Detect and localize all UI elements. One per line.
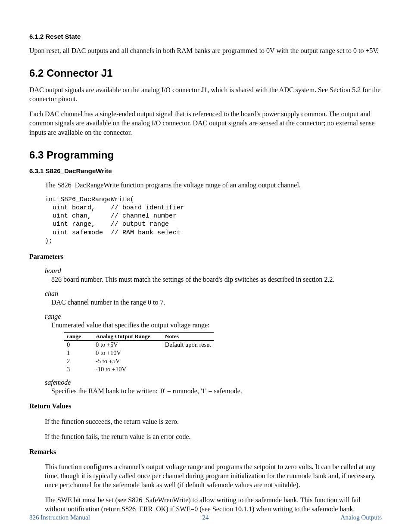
paragraph: This function configures a channel's out… bbox=[45, 462, 382, 489]
param-desc-chan: DAC channel number in the range 0 to 7. bbox=[51, 298, 382, 307]
param-name-safemode: safemode bbox=[45, 379, 382, 386]
code-block: int S826_DacRangeWrite( uint board, // b… bbox=[45, 196, 382, 245]
paragraph: If the function fails, the return value … bbox=[45, 432, 382, 441]
paragraph: If the function succeeds, the return val… bbox=[45, 417, 382, 426]
th-notes: Notes bbox=[162, 333, 214, 341]
page: 6.1.2 Reset State Upon reset, all DAC ou… bbox=[0, 0, 411, 532]
heading-6-2: 6.2 Connector J1 bbox=[29, 67, 382, 79]
param-name-chan: chan bbox=[45, 290, 382, 298]
td bbox=[162, 357, 214, 365]
footer-page-number: 24 bbox=[29, 514, 382, 521]
th-analog-output-range: Analog Output Range bbox=[93, 333, 162, 341]
heading-6-3-1: 6.3.1 S826_DacRangeWrite bbox=[29, 167, 382, 174]
param-desc-board: 826 board number. This must match the se… bbox=[51, 275, 382, 284]
paragraph: The S826_DacRangeWrite function programs… bbox=[45, 180, 382, 190]
td: 0 to +10V bbox=[93, 349, 162, 357]
heading-6-3: 6.3 Programming bbox=[29, 149, 382, 161]
td bbox=[162, 365, 214, 373]
range-table: range Analog Output Range Notes 0 0 to +… bbox=[64, 332, 214, 373]
param-name-board: board bbox=[45, 267, 382, 275]
table-row: 3 -10 to +10V bbox=[64, 365, 214, 373]
heading-6-1-2: 6.1.2 Reset State bbox=[29, 33, 382, 40]
table-row: 1 0 to +10V bbox=[64, 349, 214, 357]
td: 3 bbox=[64, 365, 93, 373]
table-row: 2 -5 to +5V bbox=[64, 357, 214, 365]
paragraph: The SWE bit must be set (see S826_SafeWr… bbox=[45, 495, 382, 513]
td bbox=[162, 349, 214, 357]
table-header-row: range Analog Output Range Notes bbox=[64, 333, 214, 341]
param-desc-safemode: Specifies the RAM bank to be written: '0… bbox=[51, 386, 382, 395]
table-row: 0 0 to +5V Default upon reset bbox=[64, 341, 214, 349]
param-name-range: range bbox=[45, 313, 382, 320]
td: 1 bbox=[64, 349, 93, 357]
param-desc-range: Enumerated value that specifies the outp… bbox=[51, 320, 382, 330]
td: Default upon reset bbox=[162, 341, 214, 349]
page-footer: 826 Instruction Manual 24 Analog Outputs bbox=[29, 512, 382, 521]
return-values-heading: Return Values bbox=[29, 401, 382, 411]
paragraph: Upon reset, all DAC outputs and all chan… bbox=[29, 46, 382, 55]
paragraph: Each DAC channel has a single-ended outp… bbox=[29, 109, 382, 137]
paragraph: DAC output signals are available on the … bbox=[29, 85, 382, 103]
td: 2 bbox=[64, 357, 93, 365]
td: 0 to +5V bbox=[93, 341, 162, 349]
td: 0 bbox=[64, 341, 93, 349]
td: -10 to +10V bbox=[93, 365, 162, 373]
td: -5 to +5V bbox=[93, 357, 162, 365]
th-range: range bbox=[64, 333, 93, 341]
parameters-heading: Parameters bbox=[29, 252, 382, 261]
remarks-heading: Remarks bbox=[29, 447, 382, 456]
